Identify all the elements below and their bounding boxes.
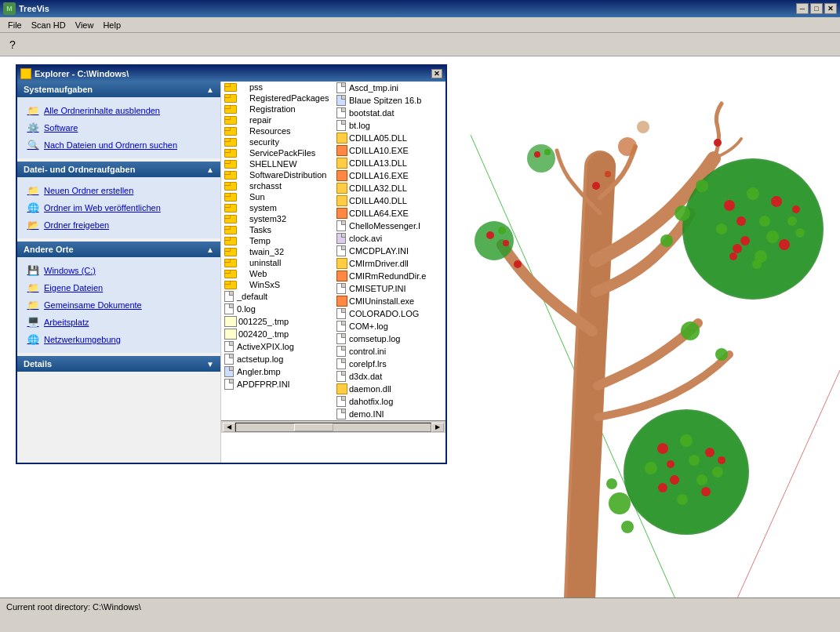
file-cdilla32[interactable]: CDILLA32.DLL xyxy=(333,182,445,194)
file-chello[interactable]: ChelloMessenger.I xyxy=(333,220,445,232)
maximize-button[interactable]: □ xyxy=(810,3,823,14)
file-cdilla13[interactable]: CDILLA13.DLL xyxy=(333,157,445,169)
folder-twain32[interactable]: twain_32 xyxy=(221,246,333,257)
panel-item-windows-c[interactable]: 💾 Windows (C:) xyxy=(24,262,214,279)
folder-winsxs[interactable]: WinSxS xyxy=(221,279,333,290)
horizontal-scrollbar[interactable]: ◀ ▶ xyxy=(221,420,445,433)
folder-temp[interactable]: Temp xyxy=(221,235,333,246)
folder-tasks[interactable]: Tasks xyxy=(221,224,333,235)
scrollbar-track[interactable] xyxy=(235,423,431,432)
folder-registeredpackages[interactable]: RegisteredPackages xyxy=(221,93,333,104)
file-demo[interactable]: demo.INI xyxy=(333,408,445,420)
folder-srchasst[interactable]: srchasst xyxy=(221,180,333,191)
file-001225tmp[interactable]: 001225_.tmp xyxy=(221,315,333,328)
help-button[interactable]: ? xyxy=(3,35,22,54)
panel-item-shared-docs[interactable]: 📁 Gemeinsame Dokumente xyxy=(24,296,214,314)
minimize-button[interactable]: ─ xyxy=(796,3,809,14)
menu-file[interactable]: File xyxy=(3,19,27,31)
file-icon xyxy=(224,329,237,340)
folder-softwaredistribution[interactable]: SoftwareDistribution xyxy=(221,169,333,180)
file-dahotfix[interactable]: dahotfix.log xyxy=(333,395,445,408)
panel-item-network[interactable]: 🌐 Netzwerkumgebung xyxy=(24,331,214,348)
scrollbar-thumb[interactable] xyxy=(294,423,333,431)
file-cmirmdriver[interactable]: CMIrmDriver.dll xyxy=(333,257,445,270)
file-btlog[interactable]: bt.log xyxy=(333,119,445,132)
file-cmisetup[interactable]: CMISETUP.INI xyxy=(333,282,445,295)
folder-system[interactable]: system xyxy=(221,202,333,213)
folder-registration[interactable]: Registration xyxy=(221,104,333,114)
file-column-1: pss RegisteredPackages Registration xyxy=(221,82,333,420)
details-header[interactable]: Details ▼ xyxy=(17,356,220,372)
file-0log[interactable]: 0.log xyxy=(221,303,333,315)
folder-web[interactable]: Web xyxy=(221,268,333,279)
share-folder-icon: 📂 xyxy=(27,219,39,231)
folder-resources[interactable]: Resources xyxy=(221,125,333,136)
file-colorado[interactable]: COLORADO.LOG xyxy=(333,307,445,320)
folder-icon xyxy=(224,193,235,202)
panel-item-my-files[interactable]: 📁 Eigene Dateien xyxy=(24,279,214,296)
file-actsetup[interactable]: actsetup.log xyxy=(221,353,333,365)
folder-repair[interactable]: repair xyxy=(221,114,333,125)
svg-point-47 xyxy=(675,205,690,221)
menu-scanhd[interactable]: Scan HD xyxy=(27,19,71,31)
hide-folders-label: Alle Ordnerinhalte ausblenden xyxy=(44,106,160,115)
folder-security[interactable]: security xyxy=(221,136,333,147)
svg-point-52 xyxy=(609,492,631,514)
panel-item-share-folder[interactable]: 📂 Ordner freigeben xyxy=(24,216,214,234)
menu-help[interactable]: Help xyxy=(98,19,125,31)
panel-item-software[interactable]: ⚙️ Software xyxy=(24,119,214,136)
folder-shellnew[interactable]: SHELLNEW xyxy=(221,158,333,169)
svg-point-43 xyxy=(534,151,540,158)
explorer-close-button[interactable]: ✕ xyxy=(431,69,442,78)
panel-item-arbeitsplatz[interactable]: 🖥️ Arbeitsplatz xyxy=(24,314,214,331)
file-activexpix[interactable]: ActiveXPIX.log xyxy=(221,340,333,353)
file-bootstat[interactable]: bootstat.dat xyxy=(333,107,445,119)
folder-icon xyxy=(224,204,235,212)
file-cdilla40[interactable]: CDILLA40.DLL xyxy=(333,194,445,207)
file-clock[interactable]: clock.avi xyxy=(333,232,445,245)
file-cmiredund[interactable]: CMIRmRedundDir.e xyxy=(333,270,445,282)
svg-point-20 xyxy=(795,228,805,238)
close-button[interactable]: ✕ xyxy=(824,3,837,14)
file-comsetup[interactable]: comsetup.log xyxy=(333,332,445,345)
file-angler[interactable]: Angler.bmp xyxy=(221,365,333,378)
file-cdilla10[interactable]: CDILLA10.EXE xyxy=(333,144,445,157)
file-cmcdplay[interactable]: CMCDPLAY.INI xyxy=(333,245,445,257)
file-icon xyxy=(224,303,234,314)
file-daemon[interactable]: daemon.dll xyxy=(333,383,445,395)
file-apdfprp[interactable]: APDFPRP.INI xyxy=(221,378,333,390)
folder-system32[interactable]: system32 xyxy=(221,213,333,224)
file-cdilla16[interactable]: CDILLA16.EXE xyxy=(333,169,445,182)
file-blaue-spitzen[interactable]: Blaue Spitzen 16.b xyxy=(333,94,445,107)
file-complus[interactable]: COM+.log xyxy=(333,320,445,332)
folder-pss[interactable]: pss xyxy=(221,82,333,93)
file-002420tmp[interactable]: 002420_.tmp xyxy=(221,328,333,340)
panel-item-hide-folders[interactable]: 📁 Alle Ordnerinhalte ausblenden xyxy=(24,102,214,119)
datei-header[interactable]: Datei- und Ordneraufgaben ▲ xyxy=(17,162,220,177)
file-cmiuninstall[interactable]: CMIUninstall.exe xyxy=(333,295,445,307)
new-folder-icon: 📁 xyxy=(27,184,39,197)
scroll-left-button[interactable]: ◀ xyxy=(223,423,235,432)
svg-point-31 xyxy=(658,483,667,492)
andere-header[interactable]: Andere Orte ▲ xyxy=(17,242,220,257)
folder-sun[interactable]: Sun xyxy=(221,191,333,202)
menu-view[interactable]: View xyxy=(71,19,99,31)
panel-item-search[interactable]: 🔍 Nach Dateien und Ordnern suchen xyxy=(24,136,214,154)
file-ascd-tmp[interactable]: Ascd_tmp.ini xyxy=(333,82,445,94)
file-icon xyxy=(224,379,234,390)
file-d3dx[interactable]: d3dx.dat xyxy=(333,370,445,383)
file-cdilla05[interactable]: CDILLA05.DLL xyxy=(333,132,445,144)
folder-uninstall[interactable]: uninstall xyxy=(221,257,333,268)
svg-point-26 xyxy=(680,434,693,447)
folder-icon xyxy=(224,215,235,223)
systemaufgaben-header[interactable]: Systemaufgaben ▲ xyxy=(17,82,220,97)
file-default[interactable]: _default xyxy=(221,290,333,303)
scroll-right-button[interactable]: ▶ xyxy=(431,423,444,432)
folder-servicepackfiles[interactable]: ServicePackFiles xyxy=(221,147,333,158)
folder-icon xyxy=(224,281,235,289)
panel-item-new-folder[interactable]: 📁 Neuen Ordner erstellen xyxy=(24,182,214,199)
file-cdilla64[interactable]: CDILLA64.EXE xyxy=(333,207,445,220)
panel-item-publish-web[interactable]: 🌐 Ordner im Web veröffentlichen xyxy=(24,199,214,216)
file-corelpf[interactable]: corelpf.lrs xyxy=(333,358,445,370)
file-controlini[interactable]: control.ini xyxy=(333,345,445,358)
